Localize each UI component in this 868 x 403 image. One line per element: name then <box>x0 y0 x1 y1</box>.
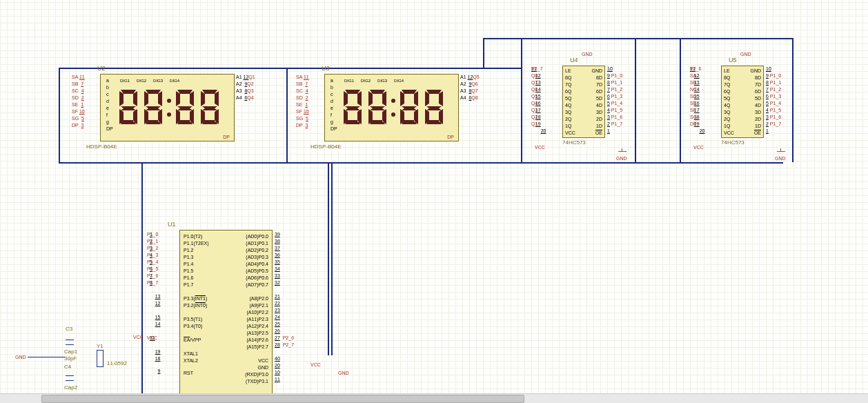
component-u2: U2 abcdefgDP DIG1 DIG2 DIG3 DIG4 <box>100 74 235 141</box>
wire <box>328 162 329 355</box>
part-u4: 74HC573 <box>562 139 586 146</box>
u4-right: 109 P1_08 P1_1 7 P1_26 P1_35 P1_4 4 P1_5… <box>607 66 613 135</box>
wire <box>483 38 793 39</box>
u2-left-nets: SA 11SB 7SC 4SD 2 SE 1SF 10SG 5DP 3 <box>72 74 85 129</box>
wire <box>141 162 143 403</box>
svg-point-2 <box>391 99 395 103</box>
seven-seg-display <box>342 88 453 130</box>
wire <box>483 38 484 69</box>
ref-u4: U4 <box>570 57 578 63</box>
u1-left-pins: P1_0 1P1_1 2P1_2 3 P1_3 4P1_4 5P1_5 6 P1… <box>147 231 160 375</box>
gnd-symbol <box>618 148 627 155</box>
svg-point-1 <box>167 112 171 117</box>
ref-u2: U2 <box>97 65 106 72</box>
ref-u1: U1 <box>168 221 176 228</box>
part-u5: 74HC573 <box>721 139 744 146</box>
svg-point-0 <box>167 99 171 103</box>
u5-right: 109 P1_08 P1_1 7 P1_26 P1_35 P1_4 4 P1_5… <box>766 66 771 135</box>
wire <box>286 162 783 164</box>
wire <box>59 69 60 164</box>
u5-left: P2_6 11SA 12SB 13 NC 14SD 15SE 16 SF 17S… <box>690 66 704 135</box>
wire <box>331 162 333 355</box>
wire <box>521 38 522 162</box>
ref-u5: U5 <box>729 57 737 63</box>
u2-right-nets: A1 12 Q1 A2 9 Q2 A3 8 Q3 A4 6 Q4 <box>236 74 248 101</box>
wire <box>286 69 288 164</box>
wire <box>59 68 293 69</box>
component-u4: U4 LE8Q7Q6Q5Q4Q3Q2Q1QVCC GND8D7D6D5D4D3D… <box>562 66 605 138</box>
gnd-symbol <box>776 148 786 155</box>
component-u5: U5 LE8Q7Q6Q5Q4Q3Q2Q1QVCC GND8D7D6D5D4D3D… <box>721 66 764 138</box>
seven-seg-display <box>118 88 228 130</box>
schematic-grid <box>0 0 868 403</box>
svg-point-3 <box>391 112 395 117</box>
u1-right-pins: 3938373635343332 21222324252627 P2_628 P… <box>275 231 283 383</box>
wire <box>680 38 681 162</box>
scrollbar-thumb[interactable] <box>41 395 524 403</box>
component-u1: U1 P1.0(T2)P1.1(T2EX)P1.2P1.3P1.4P1.5P1.… <box>179 230 273 402</box>
component-u3: U3 abcdefgDP DIG1 DIG2 DIG3 DIG4 DP <box>324 74 459 141</box>
horizontal-scrollbar[interactable] <box>0 393 868 403</box>
u4-left: P2_7 11Q8 12Q7 13 Q6 14Q5 15Q4 16 Q3 17Q… <box>531 66 546 135</box>
wire <box>792 38 793 162</box>
part-u3: HDSP-B04E <box>310 144 341 150</box>
wire <box>635 38 636 162</box>
part-u2: HDSP-B04E <box>86 144 117 150</box>
u3-right-nets: A1 12 Q5 A2 9 Q6 A3 8 Q7 A4 6 Q8 <box>460 74 473 101</box>
wire <box>59 162 293 164</box>
ref-u3: U3 <box>322 65 330 72</box>
u3-left-nets: SA 11SB 7SC 4SD 2 SE 1SF 10SG 5DP 3 <box>296 74 309 129</box>
